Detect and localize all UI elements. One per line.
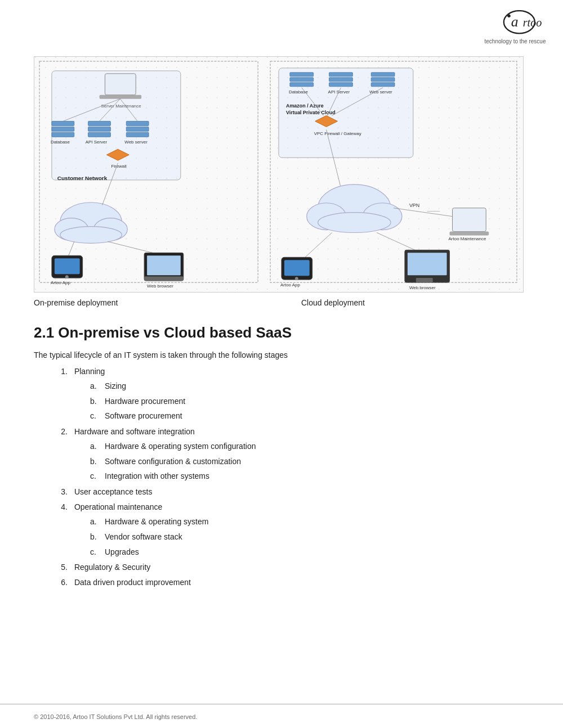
svg-rect-71 [450,232,489,236]
svg-rect-79 [284,260,310,276]
svg-rect-15 [52,132,74,137]
svg-rect-48 [290,73,314,77]
sublist-4-a: Hardware & operating system [90,514,529,529]
list-item-1-label: Planning [74,367,105,376]
sublist-1-b: Hardware procurement [90,394,529,409]
sublist-4-c: Upgrades [90,545,529,560]
svg-rect-57 [371,78,395,82]
list-item-2-label: Hardware and software integration [74,427,195,436]
svg-rect-84 [416,278,433,282]
artoo-logo: a rtoo [484,10,546,37]
sublist-2-c: Integration with other systems [90,469,529,484]
list-item-3: User acceptance tests [56,485,529,499]
svg-text:Web browser: Web browser [147,284,173,289]
section-title: 2.1 On-premise vs Cloud based SaaS [34,324,529,341]
svg-point-3 [507,15,511,18]
sublist-2: Hardware & operating system configuratio… [90,439,529,484]
svg-rect-38 [55,258,80,274]
intro-text: The typical lifecycle of an IT system is… [34,349,529,361]
list-item-5-label: Regulatory & Security [74,563,150,572]
svg-text:Artoo App: Artoo App [280,282,301,287]
svg-rect-52 [329,73,353,77]
svg-rect-54 [329,83,353,87]
svg-rect-21 [126,121,149,125]
svg-rect-22 [126,127,149,131]
list-item-6: Data driven product improvement [56,576,529,590]
svg-rect-13 [52,121,74,125]
svg-rect-43 [144,276,184,281]
svg-rect-19 [88,132,111,137]
sublist-1: Sizing Hardware procurement Software pro… [90,379,529,424]
logo-area: a rtoo technology to the rescue [484,10,546,44]
svg-text:API Server: API Server [86,140,108,145]
svg-text:Web server: Web server [124,140,148,145]
svg-text:Amazon / Azure: Amazon / Azure [286,103,324,109]
svg-rect-53 [329,78,353,82]
svg-rect-56 [371,73,395,77]
svg-rect-17 [88,121,111,125]
svg-text:Database: Database [51,140,70,145]
list-item-4: Operational maintenance Hardware & opera… [56,500,529,559]
svg-rect-83 [408,253,447,275]
svg-point-80 [295,277,298,280]
sublist-4: Hardware & operating system Vendor softw… [90,514,529,559]
svg-text:Firewall: Firewall [111,164,127,169]
svg-text:VPC Firewall / Gateway: VPC Firewall / Gateway [314,131,361,136]
list-item-2: Hardware and software integration Hardwa… [56,425,529,484]
svg-rect-23 [126,132,149,137]
list-item-4-label: Operational maintenance [74,502,162,511]
logo-tagline: technology to the rescue [485,38,546,44]
list-item-3-label: User acceptance tests [74,487,153,496]
diagram-captions: On-premise deployment Cloud deployment [34,298,524,307]
svg-rect-42 [147,255,181,275]
svg-text:rtoo: rtoo [523,16,542,29]
list-item-1: Planning Sizing Hardware procurement Sof… [56,365,529,424]
sublist-1-a: Sizing [90,379,529,394]
svg-rect-18 [88,127,111,131]
sublist-2-b: Software configuration & customization [90,454,529,469]
svg-text:Customer Network: Customer Network [57,175,108,181]
caption-on-premise: On-premise deployment [34,298,279,307]
svg-text:────: ──── [427,209,440,214]
sublist-4-b: Vendor software stack [90,529,529,545]
svg-rect-50 [290,83,314,87]
svg-rect-11 [100,95,142,99]
svg-rect-14 [52,127,74,131]
footer-text: © 2010-2016, Artoo IT Solutions Pvt Ltd.… [34,713,197,720]
list-item-6-label: Data driven product improvement [74,578,191,587]
svg-text:Artoo App: Artoo App [51,280,71,285]
sublist-1-c: Software procurement [90,408,529,424]
svg-rect-70 [453,208,486,232]
svg-text:a: a [511,14,519,30]
svg-point-39 [65,275,69,278]
svg-point-68 [318,213,391,233]
deployment-diagram: Customer Network Server Maintenance Data… [34,56,524,293]
svg-rect-58 [371,83,395,87]
svg-text:Artoo Maintenance: Artoo Maintenance [449,236,486,241]
list-item-5: Regulatory & Security [56,560,529,574]
sublist-2-a: Hardware & operating system configuratio… [90,439,529,454]
svg-text:Web server: Web server [369,89,392,95]
lifecycle-list: Planning Sizing Hardware procurement Sof… [56,365,529,590]
svg-point-33 [60,227,122,244]
svg-rect-10 [105,74,136,95]
footer: © 2010-2016, Artoo IT Solutions Pvt Ltd.… [0,704,563,728]
svg-text:Web browser: Web browser [409,285,436,290]
svg-text:VPN: VPN [409,203,419,208]
svg-text:Database: Database [289,89,309,95]
caption-cloud: Cloud deployment [279,298,524,307]
svg-rect-49 [290,78,314,82]
